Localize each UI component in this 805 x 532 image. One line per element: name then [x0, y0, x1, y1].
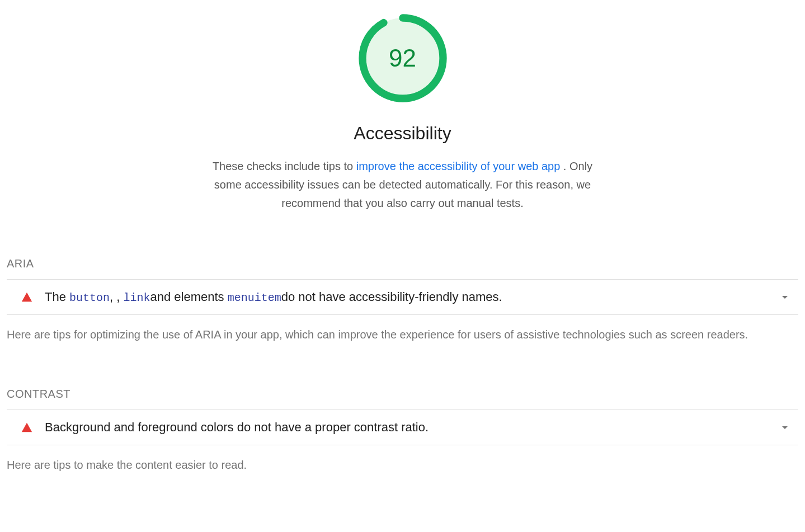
code-token: button	[69, 291, 110, 304]
section-label: ARIA	[7, 257, 798, 270]
gauge-title: Accessibility	[7, 123, 798, 144]
warning-triangle-icon	[20, 421, 34, 434]
section-tip: Here are tips for optimizing the use of …	[7, 326, 798, 343]
chevron-down-icon	[778, 290, 792, 304]
section-label: CONTRAST	[7, 388, 798, 401]
audit-text-fragment: , ,	[110, 290, 123, 304]
section-tip: Here are tips to make the content easier…	[7, 456, 798, 473]
audit-text-fragment: The	[45, 290, 69, 304]
improve-accessibility-link[interactable]: improve the accessibility of your web ap…	[356, 160, 561, 172]
audit-row[interactable]: Background and foreground colors do not …	[7, 409, 798, 445]
audit-text-fragment: Background and foreground colors do not …	[45, 420, 429, 434]
audit-title: The button, , linkand elements menuitemd…	[45, 290, 778, 304]
warning-triangle-icon	[20, 290, 34, 304]
gauge-description: These checks include tips to improve the…	[213, 157, 593, 213]
chevron-down-icon	[778, 421, 792, 434]
code-token: menuitem	[228, 291, 281, 304]
audit-text-fragment: and elements	[150, 290, 228, 304]
audit-row[interactable]: The button, , linkand elements menuitemd…	[7, 279, 798, 315]
audit-title: Background and foreground colors do not …	[45, 420, 778, 435]
score-gauge-section: 92 Accessibility These checks include ti…	[7, 13, 798, 213]
code-token: link	[124, 291, 150, 304]
gauge-score-value: 92	[389, 44, 416, 72]
score-gauge: 92	[358, 13, 448, 103]
audit-text-fragment: do not have accessibility-friendly names…	[281, 290, 502, 304]
accessibility-report: 92 Accessibility These checks include ti…	[0, 0, 805, 502]
desc-prefix: These checks include tips to	[213, 160, 356, 172]
